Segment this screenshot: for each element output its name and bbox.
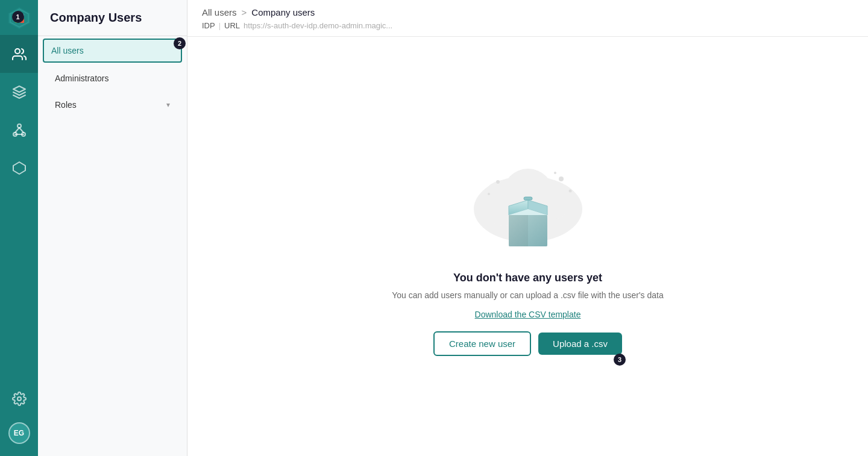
upload-csv-button[interactable]: Upload a .csv (538, 333, 622, 355)
svg-line-11 (15, 128, 19, 133)
svg-point-21 (559, 176, 564, 181)
breadcrumb: All users > Company users (202, 7, 854, 17)
svg-point-20 (496, 180, 500, 184)
svg-rect-31 (524, 197, 532, 200)
main-header: All users > Company users IDP | URL http… (187, 0, 868, 37)
breadcrumb-current: Company users (251, 7, 315, 17)
nav-sidebar-title: Company Users (38, 0, 187, 36)
sidebar-icon-hexagon[interactable] (0, 149, 38, 187)
svg-point-24 (554, 172, 556, 174)
sidebar-item-roles[interactable]: Roles ▾ (43, 93, 182, 117)
svg-point-6 (15, 49, 20, 54)
app-logo[interactable]: 1 (7, 6, 31, 30)
user-avatar[interactable]: EG (8, 422, 30, 444)
icon-sidebar: 1 (0, 0, 38, 456)
idp-url-row: IDP | URL https://s-auth-dev-idp.demo-ad… (202, 21, 854, 30)
action-buttons: Create new user Upload a .csv 3 (433, 331, 622, 356)
sidebar-item-administrators[interactable]: Administrators (43, 66, 182, 90)
sidebar-icon-layers[interactable] (0, 73, 38, 111)
sidebar-item-all-users[interactable]: All users (43, 39, 182, 63)
chevron-down-icon: ▾ (166, 101, 170, 109)
sidebar-icon-network[interactable] (0, 111, 38, 149)
svg-line-12 (19, 128, 24, 133)
breadcrumb-separator: > (242, 7, 247, 17)
svg-point-23 (488, 193, 490, 195)
sidebar-icon-settings[interactable] (0, 379, 38, 417)
annotation-badge-2: 2 (174, 37, 186, 49)
sidebar-bottom: EG (0, 379, 38, 450)
idp-url-separator: | (219, 21, 221, 30)
annotation-badge-3: 3 (614, 354, 626, 366)
svg-marker-7 (13, 86, 25, 92)
svg-point-22 (568, 190, 571, 193)
empty-illustration (462, 137, 594, 257)
breadcrumb-all-users[interactable]: All users (202, 7, 237, 17)
svg-marker-14 (13, 162, 25, 174)
create-new-user-button[interactable]: Create new user (433, 331, 531, 356)
empty-state-title: You don't have any users yet (453, 272, 602, 284)
idp-label: IDP (202, 21, 215, 30)
nav-item-all-users-wrapper: All users 2 (38, 36, 187, 65)
nav-sidebar: Company Users All users 2 Administrators… (38, 0, 187, 456)
empty-state: You don't have any users yet You can add… (187, 37, 868, 456)
svg-rect-29 (509, 215, 528, 246)
url-label: URL (224, 21, 240, 30)
download-csv-link[interactable]: Download the CSV template (475, 310, 581, 319)
annotation-badge-1: 1 (12, 11, 24, 23)
url-value: https://s-auth-dev-idp.demo-admin.magic.… (244, 21, 392, 30)
svg-point-15 (17, 397, 21, 401)
sidebar-icon-users[interactable] (0, 35, 38, 73)
main-content: All users > Company users IDP | URL http… (187, 0, 868, 456)
empty-state-subtitle: You can add users manually or can upload… (392, 290, 663, 300)
